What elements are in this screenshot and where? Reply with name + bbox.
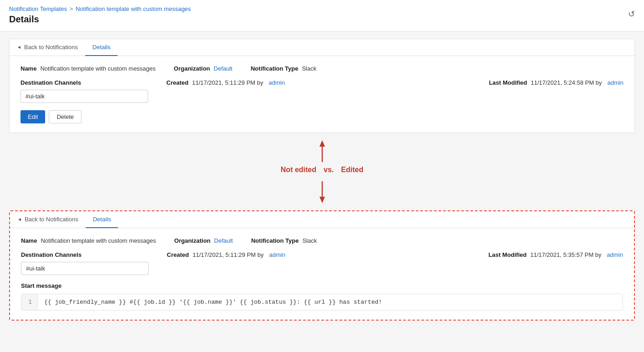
top-card-body: Name Notification template with custom m… [10, 56, 634, 133]
bottom-card-tabs: Back to Notifications Details [10, 211, 634, 228]
code-content: {{ job_friendly_name }} #{{ job.id }} '{… [38, 294, 388, 310]
top-meta-section: Created 11/17/2021, 5:11:29 PM by admin [166, 79, 312, 92]
bottom-notif-type-value: Slack [302, 237, 317, 244]
top-created-value: 11/17/2021, 5:11:29 PM by [192, 79, 263, 86]
top-buttons-row: Edit Delete [21, 110, 148, 123]
top-last-mod-by-link[interactable]: admin [608, 79, 623, 86]
bottom-org-value[interactable]: Default [214, 237, 233, 244]
top-name-value: Notification template with custom messag… [40, 65, 155, 72]
top-organization-row: Organization Default [174, 65, 232, 72]
arrow-down-container [317, 179, 328, 203]
code-block: 1 {{ job_friendly_name }} #{{ job.id }} … [21, 294, 623, 311]
bottom-created-by-link[interactable]: admin [269, 251, 285, 258]
page-title: Details [9, 14, 39, 24]
breadcrumb: Notification Templates > Notification te… [9, 5, 635, 12]
edited-label: Edited [341, 166, 363, 174]
line-number-1: 1 [21, 294, 38, 310]
bottom-created-row: Created 11/17/2021, 5:11:29 PM by admin [167, 251, 285, 258]
top-name-label: Name [21, 65, 36, 72]
edited-card: Back to Notifications Details Name Notif… [9, 210, 635, 321]
top-destination-section: Destination Channels Edit Delete [21, 79, 148, 123]
top-name-row: Name Notification template with custom m… [21, 65, 155, 72]
bottom-name-row: Name Notification template with custom m… [21, 237, 156, 244]
breadcrumb-separator: > [70, 6, 73, 12]
comparison-label-row: Not edited vs. Edited [281, 166, 363, 178]
bottom-meta-section: Created 11/17/2021, 5:11:29 PM by admin [167, 251, 285, 258]
not-edited-card: Back to Notifications Details Name Notif… [9, 39, 635, 133]
arrow-up-container [317, 140, 328, 164]
edit-button[interactable]: Edit [21, 110, 45, 123]
arrow-down-icon [317, 181, 328, 203]
arrow-up-icon [317, 140, 328, 162]
comparison-section: Not edited vs. Edited [9, 140, 635, 203]
bottom-right-meta: Last Modified 11/17/2021, 5:35:57 PM by … [489, 251, 623, 258]
bottom-org-label: Organization [174, 237, 210, 244]
bottom-last-mod-by-link[interactable]: admin [607, 251, 623, 258]
top-notif-type-value: Slack [302, 65, 316, 72]
top-notif-type-label: Notification Type [251, 65, 298, 72]
bottom-created-label: Created [167, 251, 189, 258]
breadcrumb-current: Notification template with custom messag… [76, 5, 191, 12]
bottom-last-mod-label: Last Modified [489, 251, 527, 258]
top-card-tabs: Back to Notifications Details [10, 39, 634, 56]
svg-marker-1 [319, 140, 325, 147]
history-icon[interactable]: ↺ [628, 9, 635, 19]
top-org-value[interactable]: Default [214, 65, 232, 72]
bottom-name-label: Name [21, 237, 37, 244]
top-created-by-link[interactable]: admin [269, 79, 285, 86]
top-destination-input[interactable] [21, 90, 148, 103]
bottom-back-to-notifications-tab[interactable]: Back to Notifications [10, 211, 86, 228]
top-right-meta: Last Modified 11/17/2021, 5:24:58 PM by … [489, 79, 623, 86]
bottom-dest-label: Destination Channels [21, 251, 149, 258]
top-notification-type-row: Notification Type Slack [251, 65, 316, 72]
start-message-label: Start message [21, 282, 623, 289]
bottom-created-value: 11/17/2021, 5:11:29 PM by [192, 251, 263, 258]
not-edited-label: Not edited [281, 166, 316, 174]
top-details-tab[interactable]: Details [85, 39, 118, 56]
start-message-section: Start message 1 {{ job_friendly_name }} … [21, 282, 623, 311]
bottom-name-value: Notification template with custom messag… [41, 237, 156, 244]
bottom-destination-input[interactable] [21, 262, 149, 275]
top-dest-label: Destination Channels [21, 79, 148, 86]
bottom-last-mod-value: 11/17/2021, 5:35:57 PM by [530, 251, 601, 258]
bottom-notification-type-row: Notification Type Slack [251, 237, 317, 244]
vs-label: vs. [324, 166, 334, 174]
bottom-card-body: Name Notification template with custom m… [10, 228, 634, 320]
bottom-destination-section: Destination Channels [21, 251, 149, 275]
delete-button[interactable]: Delete [49, 110, 82, 123]
bottom-last-modified-row: Last Modified 11/17/2021, 5:35:57 PM by … [489, 251, 623, 258]
top-back-to-notifications-tab[interactable]: Back to Notifications [10, 39, 85, 56]
svg-marker-3 [319, 197, 325, 203]
top-last-mod-label: Last Modified [489, 79, 527, 86]
bottom-notif-type-label: Notification Type [251, 237, 299, 244]
top-created-row: Created 11/17/2021, 5:11:29 PM by admin [166, 79, 312, 86]
top-last-modified-row: Last Modified 11/17/2021, 5:24:58 PM by … [489, 79, 623, 86]
top-created-label: Created [166, 79, 188, 86]
bottom-details-tab[interactable]: Details [86, 211, 118, 228]
top-org-label: Organization [174, 65, 210, 72]
breadcrumb-link-notifications[interactable]: Notification Templates [9, 5, 67, 12]
bottom-organization-row: Organization Default [174, 237, 233, 244]
top-last-mod-value: 11/17/2021, 5:24:58 PM by [531, 79, 602, 86]
